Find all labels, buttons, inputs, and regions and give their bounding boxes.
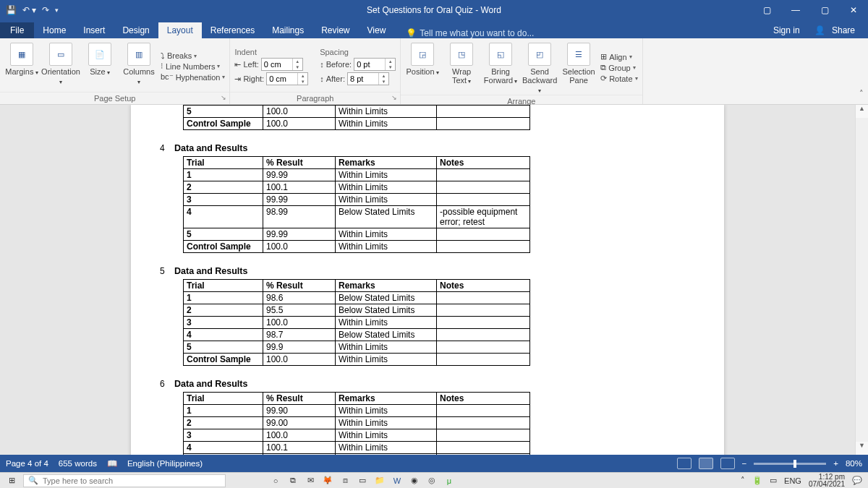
table-row[interactable]: Control Sample100.0Within Limits	[184, 118, 530, 130]
page[interactable]: 5100.0Within LimitsControl Sample100.0Wi…	[131, 105, 724, 455]
group-button[interactable]: ⧉ Group	[600, 63, 637, 72]
orientation-button[interactable]: ▭Orientation	[43, 41, 78, 92]
taskbar-date[interactable]: 07/04/2021	[809, 481, 845, 488]
table-6[interactable]: Trial% ResultRemarksNotes199.90Within Li…	[183, 392, 530, 455]
start-icon[interactable]: ⊞	[0, 476, 23, 485]
redo-icon[interactable]: ↷	[42, 5, 49, 15]
indent-right-input[interactable]	[267, 74, 297, 83]
indent-left-input[interactable]	[262, 60, 292, 69]
margins-button[interactable]: ▦Margins	[4, 41, 39, 92]
language-indicator[interactable]: English (Philippines)	[127, 459, 203, 468]
save-icon[interactable]: 💾	[6, 5, 17, 15]
qat-more-icon[interactable]: ▾	[55, 7, 59, 14]
bring-forward-button[interactable]: ◱Bring Forward	[483, 41, 518, 95]
line-numbers-button[interactable]: ⁝ Line Numbers	[161, 61, 225, 71]
size-button[interactable]: 📄Size	[82, 41, 117, 92]
tab-review[interactable]: Review	[312, 22, 358, 38]
position-button[interactable]: ◲Position	[405, 41, 440, 95]
breaks-button[interactable]: ⤵ Breaks	[161, 51, 225, 60]
table-row[interactable]: 199.90Within Limits	[184, 405, 530, 417]
video-icon[interactable]: ▭	[770, 476, 777, 485]
read-mode-icon[interactable]	[677, 458, 692, 469]
table-row[interactable]: 3100.0Within Limits	[184, 317, 530, 329]
sign-in[interactable]: Sign in	[769, 22, 804, 38]
page-setup-launcher-icon[interactable]: ↘	[221, 94, 226, 101]
columns-button[interactable]: ▥Columns	[122, 41, 156, 92]
table-row[interactable]: 498.99Below Stated Limits-possible equip…	[184, 206, 530, 228]
explorer-icon[interactable]: 📁	[373, 475, 386, 487]
send-backward-button[interactable]: ◰Send Backward	[522, 41, 557, 95]
document-area[interactable]: 5100.0Within LimitsControl Sample100.0Wi…	[0, 105, 855, 455]
zoom-level[interactable]: 80%	[846, 459, 862, 468]
spacing-before-input[interactable]	[354, 60, 385, 69]
notifications-icon[interactable]: 💬	[852, 476, 862, 485]
tab-design[interactable]: Design	[114, 22, 158, 38]
table-row[interactable]: 199.99Within Limits	[184, 169, 530, 181]
restore-icon[interactable]: ▢	[810, 5, 839, 15]
table-row[interactable]: 198.6Below Stated Limits	[184, 292, 530, 304]
rotate-button[interactable]: ⟳ Rotate	[600, 74, 637, 83]
tab-mailings[interactable]: Mailings	[263, 22, 312, 38]
scroll-down-icon[interactable]: ▼	[856, 442, 868, 455]
tab-references[interactable]: References	[202, 22, 263, 38]
ribbon-options-icon[interactable]: ▢	[752, 5, 781, 15]
chrome-icon[interactable]: ◉	[408, 475, 421, 487]
close-icon[interactable]: ✕	[839, 5, 868, 15]
zoom-in-icon[interactable]: +	[833, 459, 838, 468]
table-row[interactable]: 2100.1Within Limits	[184, 181, 530, 194]
spellcheck-icon[interactable]: 📖	[107, 458, 117, 468]
mail-icon[interactable]: ✉	[304, 475, 317, 487]
cortana-icon[interactable]: ○	[269, 475, 282, 487]
zoom-out-icon[interactable]: −	[742, 459, 747, 468]
align-button[interactable]: ⊞ Align	[600, 52, 637, 61]
zoom-slider[interactable]	[754, 463, 826, 465]
page-indicator[interactable]: Page 4 of 4	[6, 459, 48, 468]
table-row[interactable]: 399.99Within Limits	[184, 194, 530, 206]
tab-layout[interactable]: Layout	[158, 22, 202, 38]
taskbar-lang[interactable]: ENG	[784, 476, 801, 485]
table-fragment[interactable]: 5100.0Within LimitsControl Sample100.0Wi…	[183, 105, 530, 130]
battery-icon[interactable]: 🔋	[752, 476, 762, 485]
spacing-after-input[interactable]	[348, 74, 378, 83]
scroll-up-icon[interactable]: ▲	[856, 105, 868, 118]
dropbox-icon[interactable]: ⧈	[339, 475, 352, 487]
hyphenation-button[interactable]: bc⁻ Hyphenation	[161, 72, 225, 82]
table-5[interactable]: Trial% ResultRemarksNotes198.6Below Stat…	[183, 279, 530, 366]
table-row[interactable]: 299.00Within Limits	[184, 417, 530, 429]
down-icon[interactable]: ▼	[293, 64, 302, 70]
share-button[interactable]: 👤 Share	[810, 22, 864, 38]
table-row[interactable]: 498.7Below Stated Limits	[184, 329, 530, 341]
table-4[interactable]: Trial% ResultRemarksNotes199.99Within Li…	[183, 156, 530, 253]
word-icon[interactable]: W	[391, 475, 404, 487]
paragraph-launcher-icon[interactable]: ↘	[391, 94, 397, 101]
word-count[interactable]: 655 words	[59, 459, 97, 468]
web-layout-icon[interactable]	[720, 458, 735, 469]
app-icon[interactable]: ◎	[425, 475, 438, 487]
up-icon[interactable]: ▲	[293, 59, 302, 64]
table-row[interactable]: 5100.0Within Limits	[184, 106, 530, 118]
table-row[interactable]: 599.9Within Limits	[184, 341, 530, 354]
table-row[interactable]: 599.99Within Limits	[184, 228, 530, 241]
table-row[interactable]: 3100.0Within Limits	[184, 429, 530, 442]
taskbar-time[interactable]: 1:12 pm	[809, 474, 845, 481]
wrap-text-button[interactable]: ◳Wrap Text	[444, 41, 479, 95]
table-row[interactable]: Control Sample100.0Within Limits	[184, 354, 530, 366]
tab-insert[interactable]: Insert	[75, 22, 114, 38]
table-row[interactable]: Control Sample100.0Within Limits	[184, 241, 530, 253]
utorrent-icon[interactable]: μ	[443, 475, 456, 487]
tray-expand-icon[interactable]: ˄	[741, 476, 745, 485]
tab-view[interactable]: View	[359, 22, 395, 38]
collapse-ribbon-icon[interactable]: ˄	[855, 38, 868, 104]
selection-pane-button[interactable]: ☰Selection Pane	[561, 41, 596, 95]
firefox-icon[interactable]: 🦊	[321, 475, 334, 487]
tab-file[interactable]: File	[0, 22, 34, 38]
tell-me[interactable]: 💡Tell me what you want to do...	[406, 28, 534, 38]
minimize-icon[interactable]: —	[781, 5, 810, 15]
vertical-scrollbar[interactable]: ▲ ▼	[855, 105, 868, 455]
undo-icon[interactable]: ↶ ▾	[22, 5, 36, 15]
tab-home[interactable]: Home	[34, 22, 75, 38]
task-view-icon[interactable]: ⧉	[286, 475, 299, 487]
taskbar-search[interactable]: 🔍Type here to search	[23, 474, 226, 487]
table-row[interactable]: 4100.1Within Limits	[184, 442, 530, 454]
print-layout-icon[interactable]	[699, 458, 713, 469]
